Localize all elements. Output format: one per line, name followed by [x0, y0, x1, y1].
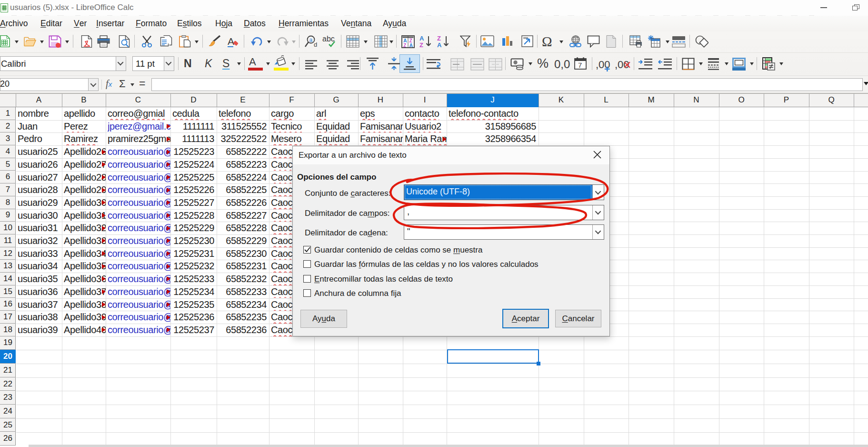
svg-text:7: 7	[578, 61, 582, 69]
svg-text:abc: abc	[322, 35, 335, 43]
svg-text:A: A	[419, 35, 424, 42]
svg-text:Ω: Ω	[542, 35, 552, 48]
svg-text:A: A	[409, 42, 413, 48]
svg-text:a: a	[309, 37, 313, 43]
svg-text:A: A	[437, 41, 442, 48]
svg-text:d: d	[314, 41, 317, 48]
svg-text:Z: Z	[403, 42, 407, 48]
svg-text:A: A	[228, 36, 234, 47]
svg-text:Z: Z	[437, 35, 441, 42]
svg-text:Z: Z	[419, 41, 423, 48]
